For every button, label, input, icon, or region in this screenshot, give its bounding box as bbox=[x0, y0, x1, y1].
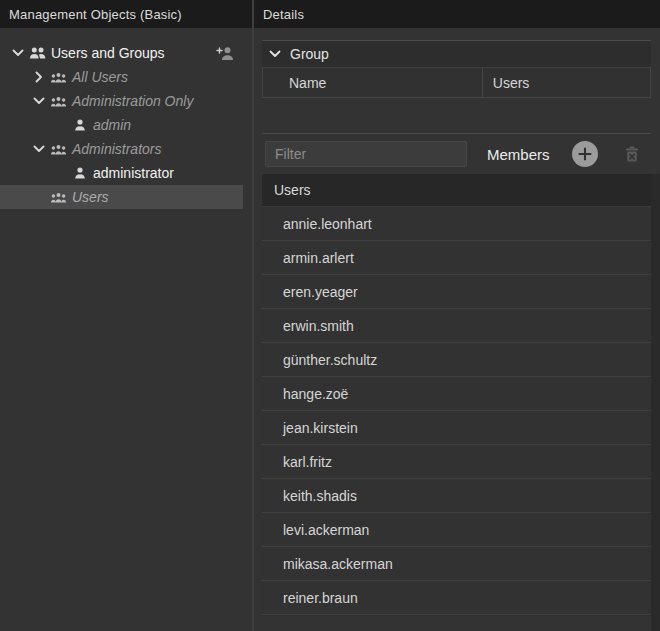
add-user-icon[interactable] bbox=[216, 46, 235, 61]
column-header-name: Name bbox=[263, 68, 483, 97]
member-name: karl.fritz bbox=[283, 454, 332, 470]
members-list: annie.leonhartarmin.arlerteren.yeagererw… bbox=[262, 207, 651, 615]
member-name: eren.yeager bbox=[283, 284, 358, 300]
member-name: günther.schultz bbox=[283, 352, 377, 368]
person-icon bbox=[69, 119, 90, 131]
member-row[interactable]: armin.arlert bbox=[262, 241, 651, 275]
add-member-button[interactable] bbox=[572, 141, 598, 167]
member-row[interactable]: annie.leonhart bbox=[262, 207, 651, 241]
member-row[interactable]: günther.schultz bbox=[262, 343, 651, 377]
member-name: armin.arlert bbox=[283, 250, 354, 266]
tree-item-admin[interactable]: admin bbox=[0, 113, 243, 137]
person-icon bbox=[69, 167, 90, 179]
tree-item-administrator[interactable]: administrator bbox=[0, 161, 243, 185]
members-toolbar: Members bbox=[262, 134, 651, 174]
tree-item-label: Administration Only bbox=[72, 93, 193, 109]
chevron-right-icon[interactable] bbox=[29, 71, 48, 83]
tree-item-label: administrator bbox=[93, 165, 174, 181]
delete-member-button[interactable] bbox=[623, 145, 641, 163]
member-name: mikasa.ackerman bbox=[283, 556, 393, 572]
group-section-label: Group bbox=[290, 46, 329, 62]
chevron-down-icon[interactable] bbox=[29, 145, 48, 153]
tree-item-users-and-groups[interactable]: Users and Groups bbox=[0, 41, 243, 65]
column-header-users: Users bbox=[483, 68, 650, 97]
tree-item-administration-only[interactable]: Administration Only bbox=[0, 89, 243, 113]
chevron-down-icon[interactable] bbox=[29, 97, 48, 105]
group-icon bbox=[48, 96, 69, 107]
group-icon bbox=[48, 144, 69, 155]
member-row[interactable]: erwin.smith bbox=[262, 309, 651, 343]
member-row[interactable]: karl.fritz bbox=[262, 445, 651, 479]
member-row[interactable]: jean.kirstein bbox=[262, 411, 651, 445]
member-row[interactable]: eren.yeager bbox=[262, 275, 651, 309]
group-table-header: Name Users bbox=[262, 67, 651, 98]
tree-item-users[interactable]: Users bbox=[0, 185, 243, 209]
tree-item-label: admin bbox=[93, 117, 131, 133]
tree-item-administrators[interactable]: Administrators bbox=[0, 137, 243, 161]
member-name: erwin.smith bbox=[283, 318, 354, 334]
member-row[interactable]: levi.ackerman bbox=[262, 513, 651, 547]
filter-input[interactable] bbox=[265, 141, 467, 167]
group-icon bbox=[48, 72, 69, 83]
scrollbar-track bbox=[651, 174, 660, 631]
management-objects-panel: Management Objects (Basic) Users and Gro… bbox=[0, 0, 252, 631]
app-window: Management Objects (Basic) Users and Gro… bbox=[0, 0, 660, 631]
members-list-header: Users bbox=[262, 174, 651, 207]
tree-item-label: Administrators bbox=[72, 141, 161, 157]
group-section-header[interactable]: Group bbox=[262, 40, 651, 67]
members-label: Members bbox=[487, 146, 550, 163]
left-panel-title: Management Objects (Basic) bbox=[9, 7, 182, 22]
member-row[interactable]: reiner.braun bbox=[262, 581, 651, 615]
member-name: levi.ackerman bbox=[283, 522, 369, 538]
details-title: Details bbox=[263, 7, 304, 22]
tree-item-all-users[interactable]: All Users bbox=[0, 65, 243, 89]
chevron-down-icon[interactable] bbox=[269, 50, 281, 58]
details-body: Group Name Users Members bbox=[254, 28, 660, 631]
member-row[interactable]: mikasa.ackerman bbox=[262, 547, 651, 581]
member-name: hange.zoë bbox=[283, 386, 348, 402]
trash-icon bbox=[623, 145, 641, 163]
object-tree: Users and GroupsAll UsersAdministration … bbox=[0, 28, 252, 209]
group-icon bbox=[48, 192, 69, 203]
details-panel: Details Group Name Users bbox=[254, 0, 660, 631]
members-section: Members bbox=[262, 133, 651, 616]
tree-item-label: All Users bbox=[72, 69, 128, 85]
plus-icon bbox=[578, 147, 592, 161]
tree-item-label: Users bbox=[72, 189, 109, 205]
users-icon bbox=[27, 47, 48, 59]
member-row[interactable]: keith.shadis bbox=[262, 479, 651, 513]
member-name: keith.shadis bbox=[283, 488, 357, 504]
tree-item-label: Users and Groups bbox=[51, 45, 165, 61]
spacer bbox=[262, 98, 651, 133]
left-panel-header: Management Objects (Basic) bbox=[0, 0, 252, 28]
member-row[interactable]: hange.zoë bbox=[262, 377, 651, 411]
member-name: annie.leonhart bbox=[283, 216, 372, 232]
details-panel-header: Details bbox=[254, 0, 660, 28]
member-name: reiner.braun bbox=[283, 590, 358, 606]
chevron-down-icon[interactable] bbox=[8, 49, 27, 57]
member-name: jean.kirstein bbox=[283, 420, 358, 436]
